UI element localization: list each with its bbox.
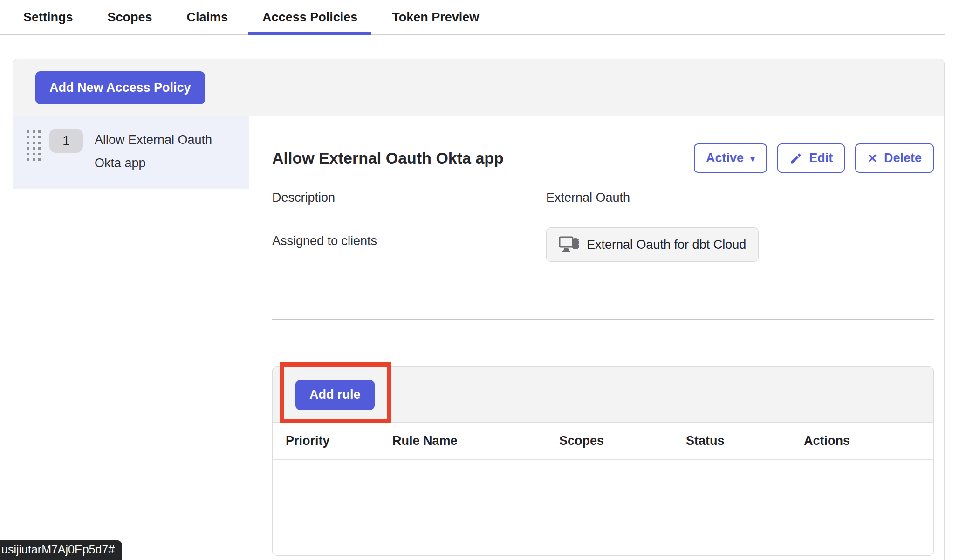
detail-title-row: Allow External Oauth Okta app Active ▾ E… bbox=[272, 143, 934, 173]
policy-list-item[interactable]: 1 Allow External Oauth Okta app bbox=[13, 116, 249, 189]
field-label: Assigned to clients bbox=[272, 234, 546, 248]
field-assigned-clients: Assigned to clients bbox=[272, 234, 934, 262]
close-icon: ✕ bbox=[867, 152, 877, 164]
column-header-rule-name: Rule Name bbox=[392, 434, 559, 448]
tab-access-policies[interactable]: Access Policies bbox=[248, 0, 371, 34]
column-header-priority: Priority bbox=[273, 434, 392, 448]
rules-section: Add rule Priority Rule Name Scopes Statu… bbox=[272, 366, 934, 556]
tab-settings[interactable]: Settings bbox=[9, 0, 87, 34]
add-rule-button[interactable]: Add rule bbox=[295, 380, 375, 410]
panel-toolbar: Add New Access Policy bbox=[13, 59, 944, 116]
access-policies-panel: Add New Access Policy bbox=[13, 59, 945, 560]
column-header-actions: Actions bbox=[804, 434, 933, 448]
priority-badge: 1 bbox=[49, 129, 83, 153]
status-bar-url-preview: usijiutarM7Aj0Ep5d7# bbox=[0, 540, 122, 560]
computer-icon bbox=[559, 235, 580, 254]
tab-scopes[interactable]: Scopes bbox=[94, 0, 166, 34]
client-chip[interactable]: External Oauth for dbt Cloud bbox=[546, 227, 759, 262]
policy-list: 1 Allow External Oauth Okta app bbox=[13, 116, 249, 560]
delete-button[interactable]: ✕ Delete bbox=[855, 143, 934, 173]
tab-claims[interactable]: Claims bbox=[173, 0, 242, 34]
status-label: Active bbox=[706, 151, 744, 165]
rules-table-header: Priority Rule Name Scopes Status Actions bbox=[273, 423, 933, 460]
column-header-scopes: Scopes bbox=[559, 434, 686, 448]
status-dropdown-button[interactable]: Active ▾ bbox=[694, 143, 767, 173]
field-label: Description bbox=[272, 191, 546, 205]
client-chip-label: External Oauth for dbt Cloud bbox=[587, 238, 746, 252]
policy-detail: Allow External Oauth Okta app Active ▾ E… bbox=[249, 116, 944, 560]
tab-bar: Settings Scopes Claims Access Policies T… bbox=[0, 0, 945, 35]
field-description: Description External Oauth bbox=[272, 191, 934, 205]
delete-label: Delete bbox=[884, 151, 922, 165]
caret-down-icon: ▾ bbox=[750, 154, 755, 163]
edit-button[interactable]: Edit bbox=[777, 143, 845, 173]
policy-name: Allow External Oauth Okta app bbox=[95, 129, 234, 175]
field-value: External Oauth bbox=[546, 191, 630, 205]
pencil-icon bbox=[789, 152, 802, 165]
detail-actions: Active ▾ Edit ✕ Delete bbox=[694, 143, 934, 173]
rules-toolbar: Add rule bbox=[273, 367, 933, 423]
edit-label: Edit bbox=[809, 151, 833, 165]
detail-fields: Description External Oauth Assigned to c… bbox=[272, 191, 934, 262]
rules-table-empty-body bbox=[273, 460, 933, 553]
add-new-access-policy-button[interactable]: Add New Access Policy bbox=[35, 71, 205, 104]
section-divider bbox=[272, 319, 934, 320]
drag-handle-icon[interactable] bbox=[27, 130, 43, 162]
page-title: Allow External Oauth Okta app bbox=[272, 149, 504, 167]
panel-body: 1 Allow External Oauth Okta app Allow Ex… bbox=[13, 116, 944, 560]
column-header-status: Status bbox=[686, 434, 804, 448]
tab-token-preview[interactable]: Token Preview bbox=[378, 0, 493, 34]
